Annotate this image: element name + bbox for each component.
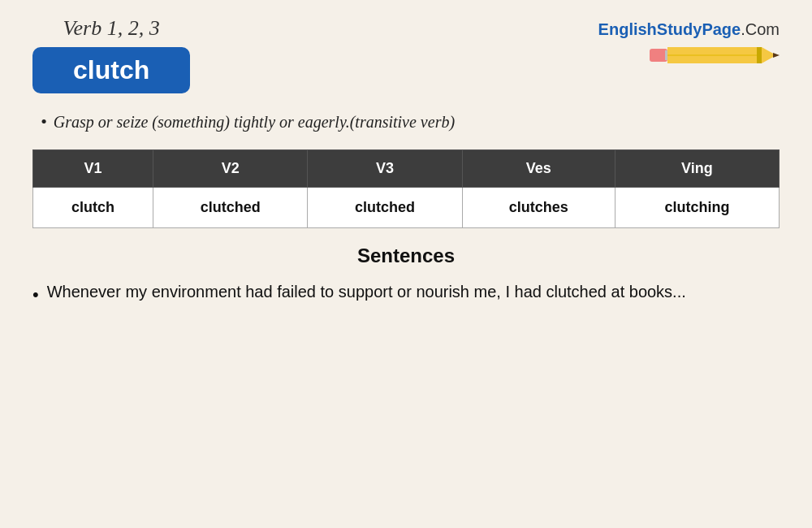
cell-v2: clutched (153, 188, 308, 228)
logo-com: .Com (741, 20, 780, 38)
col-v1: V1 (33, 150, 153, 188)
table-row: clutch clutched clutched clutches clutch… (33, 188, 780, 228)
col-ves: Ves (462, 150, 615, 188)
sentences-section: Sentences • Whenever my environment had … (32, 245, 780, 309)
svg-marker-5 (773, 53, 780, 58)
definition-area: •Grasp or seize (something) tightly or e… (32, 108, 780, 135)
col-v3: V3 (308, 150, 462, 188)
sentence-item: • Whenever my environment had failed to … (32, 279, 780, 309)
logo-text: EnglishStudyPage.Com (598, 20, 780, 39)
page-container: Verb 1, 2, 3 clutch EnglishStudyPage.Com (0, 0, 812, 528)
sentence-bullet-icon: • (32, 280, 39, 309)
verb-table: V1 V2 V3 Ves Ving clutch clutched clutch… (32, 149, 780, 228)
svg-rect-0 (650, 49, 667, 62)
col-ving: Ving (615, 150, 779, 188)
cell-ves: clutches (462, 188, 615, 228)
logo-section: EnglishStudyPage.Com (598, 16, 780, 67)
definition-content: Grasp or seize (something) tightly or ea… (54, 113, 455, 131)
sentences-heading: Sentences (32, 245, 780, 267)
table-header-row: V1 V2 V3 Ves Ving (33, 150, 780, 188)
main-word-badge: clutch (32, 47, 190, 93)
svg-rect-3 (757, 47, 762, 63)
sentence-text: Whenever my environment had failed to su… (47, 279, 686, 305)
logo-brand: EnglishStudyPage (598, 20, 741, 38)
svg-rect-1 (665, 50, 667, 60)
header-area: Verb 1, 2, 3 clutch EnglishStudyPage.Com (32, 16, 780, 93)
verb-title-section: Verb 1, 2, 3 clutch (32, 16, 190, 93)
col-v2: V2 (153, 150, 308, 188)
cell-v3: clutched (308, 188, 462, 228)
pencil-icon (650, 44, 780, 67)
bullet-icon: • (41, 111, 47, 132)
cell-ving: clutching (615, 188, 779, 228)
definition-text: •Grasp or seize (something) tightly or e… (41, 113, 455, 131)
verb-subtitle: Verb 1, 2, 3 (63, 16, 160, 41)
cell-v1: clutch (33, 188, 153, 228)
